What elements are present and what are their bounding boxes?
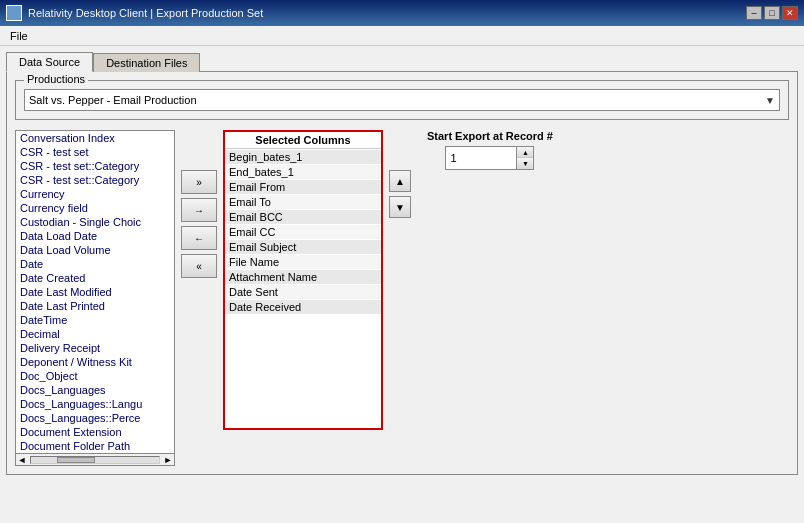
list-item[interactable]: Document Folder Path — [16, 439, 174, 453]
title-bar: Relativity Desktop Client | Export Produ… — [0, 0, 804, 26]
start-export-input[interactable] — [446, 147, 516, 169]
list-item[interactable]: Docs_Languages::Langu — [16, 397, 174, 411]
remove-one-button[interactable]: ← — [181, 226, 217, 250]
selected-column-item[interactable]: End_bates_1 — [225, 165, 381, 179]
list-item[interactable]: Docs_Languages — [16, 383, 174, 397]
window-controls: – □ ✕ — [746, 6, 798, 20]
selected-column-item[interactable]: Email To — [225, 195, 381, 209]
tab-bar: Data Source Destination Files — [6, 52, 798, 72]
main-content: Data Source Destination Files Production… — [0, 46, 804, 523]
file-menu[interactable]: File — [4, 29, 34, 43]
start-export-spinner: ▲ ▼ — [445, 146, 534, 170]
menu-bar: File — [0, 26, 804, 46]
list-item[interactable]: Conversation Index — [16, 131, 174, 145]
spinner-controls: ▲ ▼ — [516, 147, 533, 169]
move-up-button[interactable]: ▲ — [389, 170, 411, 192]
close-button[interactable]: ✕ — [782, 6, 798, 20]
hscroll-thumb — [57, 457, 95, 463]
list-item[interactable]: Docs_Languages::Perce — [16, 411, 174, 425]
selected-columns-list[interactable]: Selected Columns Begin_bates_1End_bates_… — [223, 130, 383, 430]
add-one-button[interactable]: → — [181, 198, 217, 222]
hscroll-right-btn[interactable]: ► — [162, 455, 174, 465]
selected-column-item[interactable]: Email BCC — [225, 210, 381, 224]
list-item[interactable]: Deponent / Witness Kit — [16, 355, 174, 369]
updown-buttons: ▲ ▼ — [389, 130, 411, 218]
list-item[interactable]: Doc_Object — [16, 369, 174, 383]
transfer-buttons: » → ← « — [181, 130, 217, 278]
list-item[interactable]: Date Last Printed — [16, 299, 174, 313]
tab-data-source[interactable]: Data Source — [6, 52, 93, 72]
available-columns-list[interactable]: Conversation IndexCSR - test setCSR - te… — [15, 130, 175, 454]
selected-column-item[interactable]: File Name — [225, 255, 381, 269]
remove-all-button[interactable]: « — [181, 254, 217, 278]
list-item[interactable]: CSR - test set::Category — [16, 173, 174, 187]
selected-column-item[interactable]: Begin_bates_1 — [225, 150, 381, 164]
spin-up-button[interactable]: ▲ — [517, 147, 533, 158]
list-item[interactable]: Data Load Date — [16, 229, 174, 243]
list-item[interactable]: CSR - test set::Category — [16, 159, 174, 173]
tab-destination-files[interactable]: Destination Files — [93, 53, 200, 72]
productions-group: Productions Salt vs. Pepper - Email Prod… — [15, 80, 789, 120]
add-all-button[interactable]: » — [181, 170, 217, 194]
list-item[interactable]: CSR - test set — [16, 145, 174, 159]
list-item[interactable]: Decimal — [16, 327, 174, 341]
app-icon — [6, 5, 22, 21]
main-panel: Productions Salt vs. Pepper - Email Prod… — [6, 71, 798, 475]
left-list-hscroll[interactable]: ◄ ► — [15, 454, 175, 466]
productions-dropdown-value: Salt vs. Pepper - Email Production — [29, 94, 197, 106]
right-panel: Start Export at Record # ▲ ▼ — [427, 130, 553, 170]
minimize-button[interactable]: – — [746, 6, 762, 20]
dropdown-arrow-icon: ▼ — [765, 95, 775, 106]
hscroll-track — [30, 456, 160, 464]
list-item[interactable]: DateTime — [16, 313, 174, 327]
move-down-button[interactable]: ▼ — [389, 196, 411, 218]
list-item[interactable]: Data Load Volume — [16, 243, 174, 257]
selected-column-item[interactable]: Date Sent — [225, 285, 381, 299]
start-export-label: Start Export at Record # — [427, 130, 553, 142]
selected-column-item[interactable]: Date Received — [225, 300, 381, 314]
list-item[interactable]: Date Created — [16, 271, 174, 285]
window-title: Relativity Desktop Client | Export Produ… — [28, 7, 263, 19]
list-item[interactable]: Delivery Receipt — [16, 341, 174, 355]
selected-columns-header: Selected Columns — [225, 132, 381, 149]
list-item[interactable]: Currency field — [16, 201, 174, 215]
maximize-button[interactable]: □ — [764, 6, 780, 20]
selected-column-item[interactable]: Email CC — [225, 225, 381, 239]
list-item[interactable]: Date — [16, 257, 174, 271]
selected-column-item[interactable]: Attachment Name — [225, 270, 381, 284]
selected-column-item[interactable]: Email Subject — [225, 240, 381, 254]
list-item[interactable]: Date Last Modified — [16, 285, 174, 299]
selected-column-item[interactable]: Email From — [225, 180, 381, 194]
productions-dropdown[interactable]: Salt vs. Pepper - Email Production ▼ — [24, 89, 780, 111]
list-item[interactable]: Currency — [16, 187, 174, 201]
list-item[interactable]: Custodian - Single Choic — [16, 215, 174, 229]
spin-down-button[interactable]: ▼ — [517, 158, 533, 169]
list-item[interactable]: Document Extension — [16, 425, 174, 439]
columns-area: Conversation IndexCSR - test setCSR - te… — [15, 130, 789, 466]
hscroll-left-btn[interactable]: ◄ — [16, 455, 28, 465]
productions-label: Productions — [24, 73, 88, 85]
